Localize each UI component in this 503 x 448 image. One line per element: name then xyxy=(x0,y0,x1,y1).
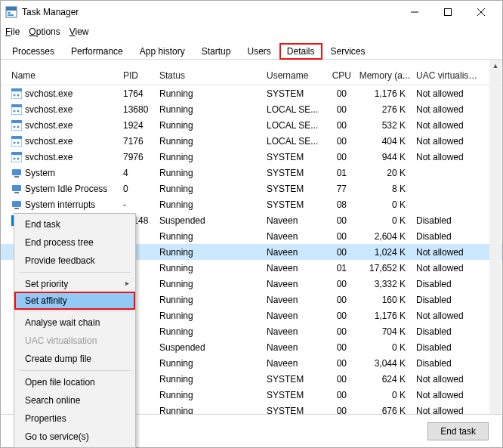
cell-status: Running xyxy=(156,88,264,99)
tab-apphistory[interactable]: App history xyxy=(131,42,193,60)
svg-rect-32 xyxy=(12,201,21,207)
col-pid[interactable]: PID xyxy=(120,69,156,82)
cell-status: Running xyxy=(156,326,264,337)
cm-set-affinity[interactable]: Set affinity xyxy=(14,292,135,310)
tab-users[interactable]: Users xyxy=(239,42,279,60)
scroll-up-icon[interactable]: ▲ xyxy=(489,60,501,72)
tab-processes[interactable]: Processes xyxy=(4,42,63,60)
titlebar[interactable]: Task Manager xyxy=(1,1,502,23)
cell-status: Suspended xyxy=(156,342,264,353)
cm-search[interactable]: Search online xyxy=(14,391,135,409)
svg-rect-17 xyxy=(11,120,22,123)
cm-properties[interactable]: Properties xyxy=(14,409,135,428)
tab-startup[interactable]: Startup xyxy=(193,42,239,60)
cell-mem: 0 K xyxy=(354,390,413,400)
tab-details[interactable]: Details xyxy=(279,43,322,60)
table-row[interactable]: svchost.exe7976RunningSYSTEM00944 KNot a… xyxy=(1,149,502,165)
cell-mem: 1,176 K xyxy=(354,88,413,99)
table-row[interactable]: svchost.exe1764RunningSYSTEM001,176 KNot… xyxy=(1,85,502,101)
table-row[interactable]: svchost.exe7176RunningLOCAL SE...00404 K… xyxy=(1,133,502,149)
menubar: File Options View xyxy=(1,23,502,40)
cell-user: Naveen xyxy=(264,263,326,273)
table-row[interactable]: System interrupts-RunningSYSTEM080 K xyxy=(1,196,502,212)
cell-name: System xyxy=(8,168,120,178)
col-status[interactable]: Status xyxy=(156,69,264,82)
cm-end-tree[interactable]: End process tree xyxy=(14,233,135,252)
cell-cpu: 00 xyxy=(326,136,354,147)
cell-cpu: 00 xyxy=(326,374,354,385)
cell-mem: 704 K xyxy=(354,326,413,337)
menu-options[interactable]: Options xyxy=(29,26,60,37)
table-row[interactable]: System Idle Process0RunningSYSTEM778 K xyxy=(1,181,502,196)
table-row[interactable]: svchost.exe13680RunningLOCAL SE...00276 … xyxy=(1,101,502,117)
cell-user: Naveen xyxy=(264,311,326,321)
cell-name: svchost.exe xyxy=(8,136,120,147)
cm-analyse[interactable]: Analyse wait chain xyxy=(14,314,135,332)
close-button[interactable] xyxy=(464,2,498,23)
column-headers: Name⌃ PID Status Username CPU Memory (a.… xyxy=(1,60,502,85)
cell-mem: 624 K xyxy=(354,374,413,385)
svg-rect-3 xyxy=(8,14,14,16)
cell-user: SYSTEM xyxy=(264,184,326,194)
cell-mem: 8 K xyxy=(354,184,413,194)
cell-uac: Not allowed xyxy=(413,263,483,273)
svg-rect-28 xyxy=(12,169,21,175)
cell-cpu: 00 xyxy=(326,358,354,369)
cell-user: Naveen xyxy=(264,215,326,226)
svg-point-10 xyxy=(14,94,16,96)
svg-rect-30 xyxy=(12,185,21,191)
cell-uac: Disabled xyxy=(413,295,483,305)
cell-mem: 276 K xyxy=(354,104,413,115)
col-cpu[interactable]: CPU xyxy=(326,69,354,82)
svg-rect-33 xyxy=(14,208,19,209)
cell-mem: 3,044 K xyxy=(354,358,413,369)
menu-view[interactable]: View xyxy=(69,26,89,37)
cm-feedback[interactable]: Provide feedback xyxy=(14,252,135,270)
cell-user: Naveen xyxy=(264,358,326,369)
cell-status: Running xyxy=(156,152,264,162)
tab-performance[interactable]: Performance xyxy=(63,42,131,60)
cell-uac: Not allowed xyxy=(413,311,483,321)
cell-status: Running xyxy=(156,358,264,369)
table-row[interactable]: System4RunningSYSTEM0120 K xyxy=(1,165,502,181)
cell-uac: Not allowed xyxy=(413,152,483,162)
cell-mem: 676 K xyxy=(354,406,413,415)
cell-status: Running xyxy=(156,199,264,210)
app-icon xyxy=(5,6,17,18)
cell-user: LOCAL SE... xyxy=(264,104,326,115)
tab-services[interactable]: Services xyxy=(322,42,374,60)
cm-end-task[interactable]: End task xyxy=(14,215,135,233)
cell-uac: Disabled xyxy=(413,358,483,369)
cm-goto-svc[interactable]: Go to service(s) xyxy=(14,428,135,446)
cell-pid: 4 xyxy=(120,168,156,178)
cell-user: SYSTEM xyxy=(264,152,326,162)
end-task-button[interactable]: End task xyxy=(427,422,489,440)
menu-file[interactable]: File xyxy=(5,26,20,37)
cell-mem: 0 K xyxy=(354,215,413,226)
cm-set-priority[interactable]: Set priority xyxy=(14,275,135,293)
svg-rect-13 xyxy=(11,104,22,107)
col-uac[interactable]: UAC virtualisat... xyxy=(413,69,483,82)
svg-rect-5 xyxy=(445,9,452,16)
cell-pid: 13680 xyxy=(120,104,156,115)
context-menu: End task End process tree Provide feedba… xyxy=(14,213,136,448)
vertical-scrollbar[interactable]: ▲ xyxy=(489,60,501,414)
cell-user: SYSTEM xyxy=(264,406,326,415)
svg-rect-21 xyxy=(11,136,22,139)
maximize-button[interactable] xyxy=(431,2,464,23)
col-username[interactable]: Username xyxy=(264,69,326,82)
svg-point-27 xyxy=(17,157,20,159)
table-row[interactable]: svchost.exe1924RunningLOCAL SE...00532 K… xyxy=(1,117,502,133)
col-memory[interactable]: Memory (a... xyxy=(354,69,413,82)
process-icon xyxy=(11,104,22,115)
cm-dump[interactable]: Create dump file xyxy=(14,350,135,368)
svg-point-19 xyxy=(17,125,20,128)
cell-cpu: 00 xyxy=(326,311,354,321)
col-name[interactable]: Name⌃ xyxy=(8,69,120,82)
process-icon xyxy=(11,184,22,194)
cell-cpu: 00 xyxy=(326,231,354,242)
cell-name: svchost.exe xyxy=(8,120,120,131)
minimize-button[interactable] xyxy=(398,2,431,23)
cm-open-loc[interactable]: Open file location xyxy=(14,373,135,391)
cell-status: Running xyxy=(156,295,264,305)
